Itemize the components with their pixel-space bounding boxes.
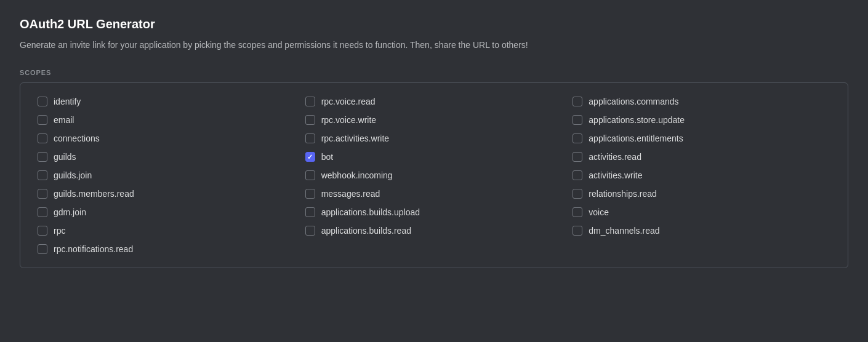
scope-checkbox-webhook.incoming[interactable] [305,170,315,180]
scope-checkbox-applications.entitlements[interactable] [573,133,582,143]
scope-label-applications.commands: applications.commands [589,97,678,106]
scope-item-dm_channels.read[interactable]: dm_channels.read [568,222,835,239]
scope-checkbox-activities.write[interactable] [573,170,582,180]
scope-item-activities.write[interactable]: activities.write [568,167,835,184]
scope-item-voice[interactable]: voice [568,204,835,221]
scope-checkbox-guilds.join[interactable] [38,170,47,180]
scope-label-bot: bot [321,152,333,162]
scope-item-gdm.join[interactable]: gdm.join [33,204,300,221]
scope-checkbox-email[interactable] [38,115,47,125]
scope-checkbox-applications.builds.read[interactable] [305,226,315,236]
page-title: OAuth2 URL Generator [20,17,848,31]
scopes-section-label: SCOPES [20,69,848,76]
scope-checkbox-applications.commands[interactable] [573,97,582,106]
scope-item-email[interactable]: email [33,111,300,129]
scope-label-rpc.activities.write: rpc.activities.write [321,133,389,143]
page-description: Generate an invite link for your applica… [20,39,848,52]
scope-checkbox-messages.read[interactable] [305,189,315,199]
scope-label-webhook.incoming: webhook.incoming [321,170,393,180]
scope-label-guilds.members.read: guilds.members.read [54,189,134,199]
scope-checkbox-bot[interactable] [305,152,315,162]
scope-item-guilds.members.read[interactable]: guilds.members.read [33,185,300,202]
scope-column-0: identifyemailconnectionsguildsguilds.joi… [33,93,300,258]
scope-item-applications.commands[interactable]: applications.commands [568,93,835,110]
scope-checkbox-gdm.join[interactable] [38,207,47,217]
scope-item-identify[interactable]: identify [33,93,300,110]
scope-label-rpc: rpc [54,226,65,236]
scope-label-applications.builds.read: applications.builds.read [321,226,411,236]
scope-checkbox-relationships.read[interactable] [573,189,582,199]
scope-checkbox-connections[interactable] [38,133,47,143]
scope-checkbox-activities.read[interactable] [573,152,582,162]
scope-item-rpc[interactable]: rpc [33,222,300,239]
scope-checkbox-rpc.voice.read[interactable] [305,97,315,106]
scope-checkbox-applications.store.update[interactable] [573,115,582,125]
scope-label-rpc.notifications.read: rpc.notifications.read [54,244,133,254]
scope-checkbox-rpc.activities.write[interactable] [305,133,315,143]
scope-item-webhook.incoming[interactable]: webhook.incoming [300,167,568,184]
scope-checkbox-guilds.members.read[interactable] [38,189,47,199]
scope-label-messages.read: messages.read [321,189,380,199]
scope-checkbox-guilds[interactable] [38,152,47,162]
scope-label-email: email [54,115,74,125]
scope-checkbox-rpc.voice.write[interactable] [305,115,315,125]
scope-checkbox-rpc.notifications.read[interactable] [38,244,47,254]
scope-label-guilds: guilds [54,152,76,162]
scope-item-messages.read[interactable]: messages.read [300,185,568,202]
scope-column-1: rpc.voice.readrpc.voice.writerpc.activit… [300,93,568,258]
scope-item-rpc.activities.write[interactable]: rpc.activities.write [300,130,568,147]
scope-label-activities.read: activities.read [589,152,641,162]
scope-checkbox-rpc[interactable] [38,226,47,236]
scope-label-gdm.join: gdm.join [54,207,86,217]
scope-label-applications.builds.upload: applications.builds.upload [321,207,420,217]
scope-label-voice: voice [589,207,609,217]
scope-checkbox-applications.builds.upload[interactable] [305,207,315,217]
scope-checkbox-voice[interactable] [573,207,582,217]
scope-checkbox-identify[interactable] [38,97,47,106]
scope-item-guilds[interactable]: guilds [33,148,300,165]
scope-label-rpc.voice.read: rpc.voice.read [321,97,376,106]
scope-label-activities.write: activities.write [589,170,642,180]
scope-item-bot[interactable]: bot [300,148,568,165]
scope-item-relationships.read[interactable]: relationships.read [568,185,835,202]
scopes-grid: identifyemailconnectionsguildsguilds.joi… [33,93,835,258]
scope-label-applications.store.update: applications.store.update [589,115,685,125]
scope-column-2: applications.commandsapplications.store.… [568,93,835,258]
scope-item-applications.builds.upload[interactable]: applications.builds.upload [300,204,568,221]
scope-item-activities.read[interactable]: activities.read [568,148,835,165]
scope-label-connections: connections [54,133,100,143]
scope-item-rpc.voice.read[interactable]: rpc.voice.read [300,93,568,110]
scope-item-rpc.notifications.read[interactable]: rpc.notifications.read [33,241,300,258]
scope-label-guilds.join: guilds.join [54,170,92,180]
scope-item-applications.entitlements[interactable]: applications.entitlements [568,130,835,147]
scope-label-identify: identify [54,97,81,106]
scope-item-applications.builds.read[interactable]: applications.builds.read [300,222,568,239]
scope-label-relationships.read: relationships.read [589,189,657,199]
scope-checkbox-dm_channels.read[interactable] [573,226,582,236]
scope-label-dm_channels.read: dm_channels.read [589,226,659,236]
scope-item-connections[interactable]: connections [33,130,300,147]
scopes-container: identifyemailconnectionsguildsguilds.joi… [20,82,848,268]
scope-label-rpc.voice.write: rpc.voice.write [321,115,376,125]
scope-item-applications.store.update[interactable]: applications.store.update [568,111,835,129]
scope-label-applications.entitlements: applications.entitlements [589,133,683,143]
scope-item-guilds.join[interactable]: guilds.join [33,167,300,184]
scope-item-rpc.voice.write[interactable]: rpc.voice.write [300,111,568,129]
